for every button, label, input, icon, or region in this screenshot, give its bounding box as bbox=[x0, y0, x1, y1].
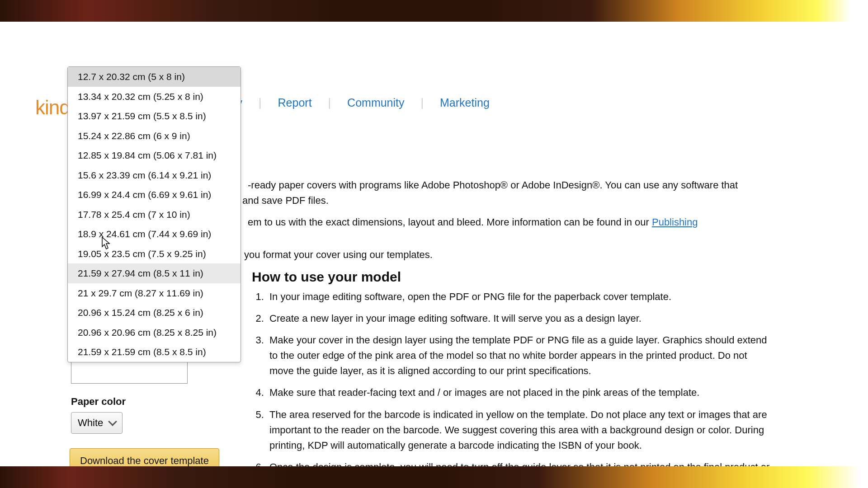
publishing-link[interactable]: Publishing bbox=[652, 216, 698, 228]
top-nav: rary | Report | Community | Marketing bbox=[219, 96, 493, 109]
chevron-down-icon bbox=[108, 417, 117, 426]
trim-size-dropdown[interactable]: 12.7 x 20.32 cm (5 x 8 in)13.34 x 20.32 … bbox=[67, 66, 241, 362]
paper-color-value: White bbox=[78, 417, 103, 429]
trim-size-option[interactable]: 20.96 x 15.24 cm (8.25 x 6 in) bbox=[68, 303, 241, 323]
howto-step: Create a new layer in your image editing… bbox=[267, 311, 773, 326]
howto-step: The area reserved for the barcode is ind… bbox=[267, 407, 773, 453]
trim-size-option[interactable]: 19.05 x 23.5 cm (7.5 x 9.25 in) bbox=[68, 244, 241, 264]
top-window-bar bbox=[0, 0, 868, 22]
trim-size-option[interactable]: 15.6 x 23.39 cm (6.14 x 9.21 in) bbox=[68, 165, 241, 185]
nav-report[interactable]: Report bbox=[274, 96, 316, 109]
howto-step: Make your cover in the design layer usin… bbox=[267, 333, 773, 379]
trim-size-option[interactable]: 21.59 x 21.59 cm (8.5 x 8.5 in) bbox=[68, 342, 241, 362]
trim-size-option[interactable]: 12.85 x 19.84 cm (5.06 x 7.81 in) bbox=[68, 145, 241, 165]
howto-steps: In your image editing software, open the… bbox=[253, 289, 773, 488]
trim-size-option[interactable]: 21 x 29.7 cm (8.27 x 11.69 in) bbox=[68, 283, 241, 303]
nav-marketing[interactable]: Marketing bbox=[436, 96, 493, 109]
page-content: kind rary | Report | Community | Marketi… bbox=[0, 22, 868, 466]
paper-color-select[interactable]: White bbox=[71, 412, 123, 434]
pages-input[interactable] bbox=[71, 360, 188, 384]
trim-size-option[interactable]: 18.9 x 24.61 cm (7.44 x 9.69 in) bbox=[68, 224, 241, 244]
trim-size-option[interactable]: 12.7 x 20.32 cm (5 x 8 in) bbox=[68, 67, 241, 87]
trim-size-option[interactable]: 21.59 x 27.94 cm (8.5 x 11 in) bbox=[68, 263, 241, 283]
kindle-logo: kind bbox=[35, 96, 70, 119]
howto-step: Make sure that reader-facing text and / … bbox=[267, 385, 773, 400]
howto-heading: How to use your model bbox=[252, 269, 401, 285]
trim-size-option[interactable]: 15.24 x 22.86 cm (6 x 9 in) bbox=[68, 126, 241, 146]
nav-separator: | bbox=[246, 96, 274, 109]
nav-separator: | bbox=[316, 96, 344, 109]
paper-color-label: Paper color bbox=[71, 396, 126, 408]
howto-step: In your image editing software, open the… bbox=[267, 289, 773, 305]
trim-size-option[interactable]: 16.99 x 24.4 cm (6.69 x 9.61 in) bbox=[68, 185, 241, 205]
trim-size-option[interactable]: 13.97 x 21.59 cm (5.5 x 8.5 in) bbox=[68, 106, 241, 126]
trim-size-option[interactable]: 13.34 x 20.32 cm (5.25 x 8 in) bbox=[68, 87, 241, 107]
trim-size-option[interactable]: 20.96 x 20.96 cm (8.25 x 8.25 in) bbox=[68, 323, 241, 343]
trim-size-option[interactable]: 17.78 x 25.4 cm (7 x 10 in) bbox=[68, 205, 241, 225]
bottom-window-bar bbox=[0, 466, 868, 488]
intro-line-4: you format your cover using our template… bbox=[244, 247, 823, 263]
intro-line-2: and save PDF files. bbox=[242, 193, 823, 208]
paper-color-field: Paper color White bbox=[71, 396, 126, 434]
nav-community[interactable]: Community bbox=[344, 96, 408, 109]
intro-line-1: -ready paper covers with programs like A… bbox=[248, 178, 823, 193]
intro-line-3: em to us with the exact dimensions, layo… bbox=[248, 215, 823, 230]
intro-text: -ready paper covers with programs like A… bbox=[248, 178, 823, 263]
nav-separator: | bbox=[408, 96, 437, 109]
